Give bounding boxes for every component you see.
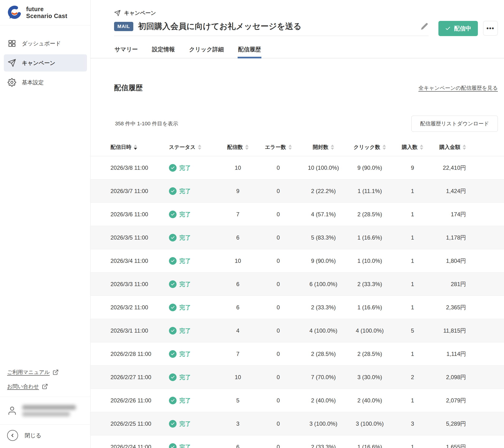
cell-opens: 2 (22.2%) (300, 179, 347, 203)
column-header-amount[interactable]: 購入金額 (433, 138, 466, 156)
cell-status: 完了 (169, 203, 219, 226)
cell-status: 完了 (169, 319, 219, 342)
table-row: 2026/2/25 11:00 完了 3 0 3 (100.0%) 3 (100… (90, 412, 504, 435)
manual-link[interactable]: ご利用マニュアル (7, 369, 83, 376)
breadcrumb-label: キャンペーン (124, 10, 156, 17)
page-title: 配信履歴 (114, 83, 143, 93)
mail-type-badge: MAIL (114, 22, 133, 31)
table-header-row: 配信日時 ステータス 配信数 エラー数 (90, 138, 504, 156)
cell-amount: 281円 (433, 273, 466, 296)
cell-sent: 10 (219, 249, 257, 273)
cell-opens: 2 (33.3%) (300, 296, 347, 319)
column-header-status[interactable]: ステータス (169, 138, 219, 156)
delivery-status-button[interactable]: 配信中 (438, 21, 478, 36)
tab-summary[interactable]: サマリー (114, 44, 138, 58)
cell-sent: 10 (219, 366, 257, 389)
sidebar-item-label: 基本設定 (22, 79, 44, 86)
table-row: 2026/3/2 11:00 完了 6 0 2 (33.3%) 1 (16.6%… (90, 296, 504, 319)
cell-sent: 10 (219, 156, 257, 179)
cell-spacer (466, 296, 504, 319)
status-badge: 完了 (180, 257, 191, 265)
collapse-label: 閉じる (25, 432, 41, 439)
app-logo[interactable]: future Scenario Cast (0, 0, 90, 25)
status-check-icon (169, 280, 177, 288)
tab-delivery-history[interactable]: 配信履歴 (238, 44, 261, 58)
column-header-clicks[interactable]: クリック数 (347, 138, 392, 156)
cell-datetime: 2026/2/27 11:00 (90, 366, 169, 389)
status-badge: 完了 (180, 304, 191, 311)
tab-bar: サマリー 設定情報 クリック詳細 配信履歴 (90, 44, 504, 58)
cell-spacer (466, 389, 504, 412)
breadcrumb[interactable]: キャンペーン (90, 10, 504, 17)
external-link-icon (53, 369, 59, 375)
cell-amount: 2,098円 (433, 366, 466, 389)
tab-click-details[interactable]: クリック詳細 (189, 44, 224, 58)
cell-purchases: 1 (392, 179, 433, 203)
cell-datetime: 2026/3/4 11:00 (90, 249, 169, 273)
cell-status: 完了 (169, 366, 219, 389)
list-controls: 358 件中 1-100 件目を表示 配信履歴リストダウンロード (90, 116, 504, 132)
cell-opens: 9 (90.0%) (300, 249, 347, 273)
cell-status: 完了 (169, 342, 219, 366)
status-badge: 完了 (180, 397, 191, 404)
column-header-opens[interactable]: 開封数 (300, 138, 347, 156)
history-table-body: 2026/3/8 11:00 完了 10 0 10 (100.0%) 9 (90… (90, 156, 504, 448)
status-check-icon (169, 164, 177, 172)
status-check-icon (169, 234, 177, 241)
dashboard-icon (8, 39, 16, 48)
campaign-title-field[interactable]: MAIL 初回購入会員に向けてお礼メッセージを送る (114, 21, 429, 36)
cell-clicks: 2 (28.5%) (347, 203, 392, 226)
sort-icon (245, 145, 249, 150)
tab-settings-info[interactable]: 設定情報 (152, 44, 175, 58)
view-all-history-link[interactable]: 全キャンペーンの配信履歴を見る (418, 85, 498, 92)
column-header-datetime[interactable]: 配信日時 (90, 138, 169, 156)
status-check-icon (169, 350, 177, 358)
table-row: 2026/3/4 11:00 完了 10 0 9 (90.0%) 1 (10.0… (90, 249, 504, 273)
status-badge: 完了 (180, 187, 191, 195)
cell-clicks: 1 (10.0%) (347, 249, 392, 273)
delivery-status-label: 配信中 (454, 25, 471, 32)
cell-sent: 7 (219, 342, 257, 366)
cell-amount: 2,365円 (433, 296, 466, 319)
cell-spacer (466, 435, 504, 448)
cell-amount: 1,424円 (433, 179, 466, 203)
cell-status: 完了 (169, 226, 219, 249)
check-icon (445, 26, 451, 31)
cell-purchases: 1 (392, 249, 433, 273)
download-history-button[interactable]: 配信履歴リストダウンロード (411, 116, 498, 132)
edit-pencil-icon[interactable] (420, 22, 429, 30)
cell-amount: 174円 (433, 203, 466, 226)
sidebar-item-campaign[interactable]: キャンペーン (4, 54, 87, 71)
table-row: 2026/2/27 11:00 完了 10 0 7 (70.0%) 3 (30.… (90, 366, 504, 389)
manual-link-label[interactable]: ご利用マニュアル (7, 369, 50, 376)
sidebar-item-dashboard[interactable]: ダッシュボード (4, 35, 87, 52)
cell-opens: 2 (40.0%) (300, 389, 347, 412)
paper-plane-icon (114, 10, 121, 16)
sort-icon (420, 145, 423, 150)
cell-opens: 2 (33.3%) (300, 435, 347, 448)
cell-errors: 0 (257, 342, 300, 366)
contact-link[interactable]: お問い合わせ (7, 383, 83, 390)
sidebar-collapse-button[interactable]: 閉じる (0, 425, 90, 448)
cell-sent: 4 (219, 319, 257, 342)
more-actions-button[interactable]: ••• (483, 21, 498, 36)
table-row: 2026/3/5 11:00 完了 6 0 5 (83.3%) 1 (16.6%… (90, 226, 504, 249)
cell-amount: 5,289円 (433, 412, 466, 435)
column-header-sent[interactable]: 配信数 (219, 138, 257, 156)
column-header-purchases[interactable]: 購入数 (392, 138, 433, 156)
cell-sent: 6 (219, 435, 257, 448)
cell-status: 完了 (169, 249, 219, 273)
cell-datetime: 2026/3/3 11:00 (90, 273, 169, 296)
sidebar-item-settings[interactable]: 基本設定 (4, 74, 87, 91)
status-badge: 完了 (180, 420, 191, 428)
cell-datetime: 2026/3/6 11:00 (90, 203, 169, 226)
column-header-errors[interactable]: エラー数 (257, 138, 300, 156)
sidebar-footer-links: ご利用マニュアル お問い合わせ (0, 362, 90, 397)
cell-status: 完了 (169, 296, 219, 319)
table-row: 2026/3/3 11:00 完了 6 0 6 (100.0%) 2 (33.3… (90, 273, 504, 296)
user-account[interactable] (0, 397, 90, 425)
contact-link-label[interactable]: お問い合わせ (7, 383, 39, 390)
user-icon (7, 406, 17, 416)
cell-amount: 22,410円 (433, 156, 466, 179)
cell-status: 完了 (169, 273, 219, 296)
